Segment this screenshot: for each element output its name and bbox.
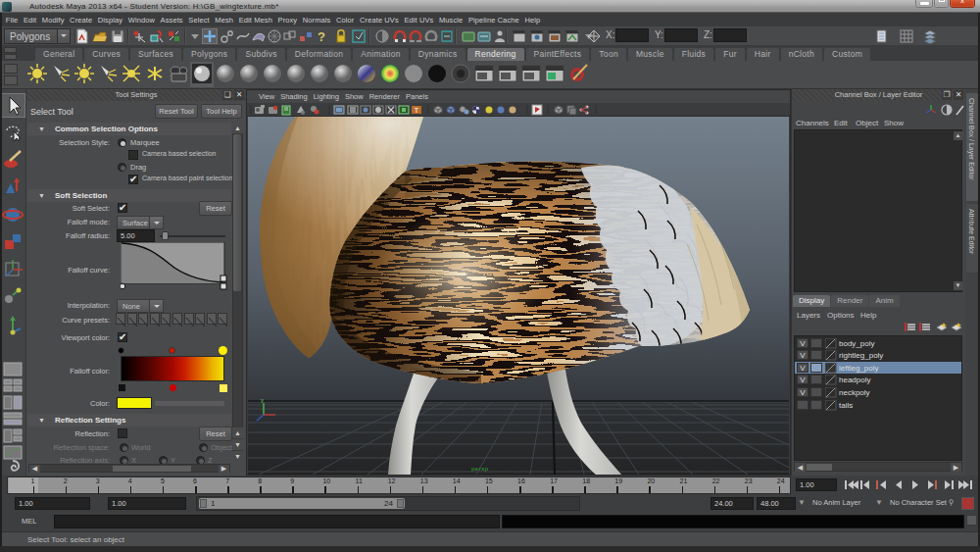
svg-text:T: T [415, 106, 419, 115]
svg-text:y: y [261, 397, 264, 403]
svg-text:?: ? [318, 29, 325, 44]
svg-text:persp: persp [471, 466, 489, 472]
